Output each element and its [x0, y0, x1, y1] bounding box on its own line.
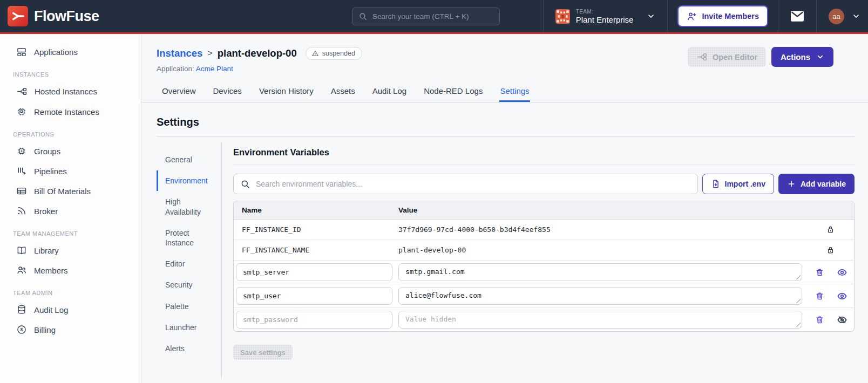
eye-icon[interactable]: [837, 291, 847, 302]
env-value-textarea[interactable]: [398, 311, 802, 329]
instance-header: Instances > plant-develop-00 suspended A…: [141, 34, 868, 73]
billing-icon: $: [16, 324, 27, 335]
instance-tabs: Overview Devices Version History Assets …: [141, 81, 868, 102]
sidebar-section-team-admin: TEAM ADMIN: [0, 281, 141, 299]
delete-variable-icon[interactable]: [815, 291, 824, 301]
team-search-input[interactable]: [372, 12, 493, 20]
flowfuse-logo[interactable]: FlowFuse: [0, 6, 99, 26]
user-avatar: aa: [829, 9, 844, 24]
env-search[interactable]: [233, 174, 698, 194]
subnav-security[interactable]: Security: [157, 275, 221, 295]
actions-button[interactable]: Actions: [771, 47, 833, 67]
actions-label: Actions: [781, 52, 810, 61]
eye-icon[interactable]: [837, 267, 847, 278]
subnav-palette[interactable]: Palette: [157, 296, 221, 317]
env-value: 37f7d969-97cd-4000-b650-b3d4f4eef855: [398, 225, 806, 234]
team-selector[interactable]: TEAM: Plant Enterprise: [544, 0, 668, 32]
sidebar-item-bill-of-materials[interactable]: Bill Of Materials: [0, 181, 141, 201]
eye-off-icon[interactable]: [837, 314, 847, 325]
settings-divider: [157, 136, 855, 137]
chevron-down-icon: [816, 53, 824, 61]
document-download-icon: [711, 179, 721, 189]
invite-members-button[interactable]: Invite Members: [679, 6, 767, 26]
audit-log-icon: [16, 304, 27, 315]
column-name: Name: [234, 206, 398, 214]
sidebar-item-members[interactable]: Members: [0, 261, 141, 280]
user-menu[interactable]: aa: [817, 9, 860, 24]
tab-audit-log[interactable]: Audit Log: [372, 81, 407, 102]
breadcrumb-instances-link[interactable]: Instances: [157, 47, 202, 59]
env-name-input[interactable]: [236, 311, 392, 329]
subnav-environment[interactable]: Environment: [157, 170, 221, 191]
env-variables-table: Name Value FF_INSTANCE_ID 37f7d969-97cd-…: [233, 201, 855, 332]
settings-title: Settings: [157, 116, 855, 128]
status-badge-label: suspended: [322, 50, 355, 57]
sidebar-item-label: Audit Log: [34, 305, 68, 314]
table-row: smtp.gmail.com: [234, 261, 854, 284]
env-value: plant-develop-00: [398, 246, 806, 254]
application-link[interactable]: Acme Plant: [196, 65, 233, 73]
tab-devices[interactable]: Devices: [213, 81, 242, 102]
panel-title: Environment Variables: [233, 147, 855, 165]
header-actions: Open Editor Actions: [688, 47, 833, 73]
notifications-button[interactable]: [778, 0, 816, 32]
env-name-input[interactable]: [236, 287, 392, 305]
open-editor-label: Open Editor: [713, 53, 757, 61]
tab-version-history[interactable]: Version History: [259, 81, 314, 102]
status-badge: suspended: [306, 47, 362, 60]
subnav-alerts[interactable]: Alerts: [157, 338, 221, 359]
navbar-divider: [667, 0, 668, 32]
sidebar-item-broker[interactable]: Broker: [0, 201, 141, 221]
pipelines-icon: [16, 166, 27, 176]
table-row: [234, 308, 854, 331]
tab-node-red-logs[interactable]: Node-RED Logs: [423, 81, 483, 102]
add-variable-button[interactable]: Add variable: [778, 174, 855, 194]
broker-icon: [16, 206, 27, 216]
team-search[interactable]: [352, 8, 500, 25]
breadcrumb: Instances > plant-develop-00 suspended: [157, 47, 362, 60]
tab-assets[interactable]: Assets: [330, 81, 356, 102]
sidebar-item-remote-instances[interactable]: Remote Instances: [0, 102, 141, 121]
library-icon: [16, 245, 27, 256]
sidebar-item-label: Members: [34, 266, 68, 275]
import-env-button[interactable]: Import .env: [702, 174, 774, 194]
application-label: Application:: [157, 65, 194, 73]
env-value-textarea[interactable]: alice@flowfuse.com: [398, 287, 802, 305]
sidebar-item-groups[interactable]: Groups: [0, 141, 141, 161]
mail-icon: [790, 10, 804, 22]
open-editor-button[interactable]: Open Editor: [688, 47, 766, 67]
team-avatar: [555, 9, 570, 24]
env-value-textarea[interactable]: smtp.gmail.com: [398, 263, 802, 281]
env-name-input[interactable]: [236, 263, 392, 281]
env-search-input[interactable]: [256, 180, 691, 188]
env-name: FF_INSTANCE_ID: [234, 225, 398, 234]
main-content: Instances > plant-develop-00 suspended A…: [141, 34, 868, 383]
sidebar-item-library[interactable]: Library: [0, 241, 141, 260]
search-icon: [240, 179, 250, 189]
subnav-high-availability[interactable]: High Availability: [157, 191, 221, 222]
sidebar-section-operations: OPERATIONS: [0, 122, 141, 141]
subnav-general[interactable]: General: [157, 149, 221, 170]
delete-variable-icon[interactable]: [815, 315, 824, 325]
sidebar-item-applications[interactable]: Applications: [0, 42, 141, 61]
members-icon: [16, 265, 27, 276]
env-name: FF_INSTANCE_NAME: [234, 246, 398, 254]
sidebar-item-audit-log[interactable]: Audit Log: [0, 300, 141, 319]
subnav-launcher[interactable]: Launcher: [157, 317, 221, 338]
table-row: FF_INSTANCE_NAME plant-develop-00: [234, 240, 854, 261]
sidebar-item-hosted-instances[interactable]: Hosted Instances: [0, 81, 141, 101]
delete-variable-icon[interactable]: [815, 268, 824, 277]
sidebar-item-billing[interactable]: $ Billing: [0, 320, 141, 339]
sidebar-item-pipelines[interactable]: Pipelines: [0, 161, 141, 181]
subnav-editor[interactable]: Editor: [157, 254, 221, 274]
sidebar-item-label: Applications: [34, 47, 78, 57]
tab-settings[interactable]: Settings: [499, 81, 530, 102]
table-row: FF_INSTANCE_ID 37f7d969-97cd-4000-b650-b…: [234, 220, 854, 240]
import-env-label: Import .env: [725, 180, 765, 188]
subnav-protect-instance[interactable]: Protect Instance: [157, 223, 221, 253]
tab-overview[interactable]: Overview: [161, 81, 196, 102]
save-settings-button[interactable]: Save settings: [233, 345, 293, 360]
team-name: Plant Enterprise: [576, 15, 634, 24]
brand-name: FlowFuse: [34, 8, 99, 25]
add-variable-label: Add variable: [801, 180, 846, 188]
